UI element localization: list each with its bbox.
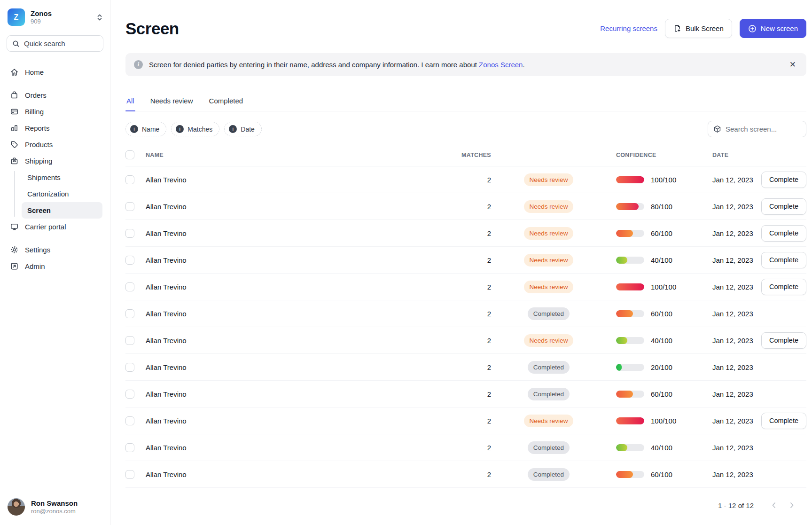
quick-search[interactable] (7, 35, 103, 52)
row-checkbox[interactable] (125, 336, 134, 345)
new-screen-button[interactable]: New screen (740, 19, 806, 38)
confidence-fill (616, 203, 639, 210)
row-checkbox[interactable] (125, 256, 134, 265)
complete-button[interactable]: Complete (761, 225, 806, 242)
confidence-value: 80/100 (651, 203, 672, 211)
status-badge: Needs review (524, 227, 574, 240)
row-checkbox[interactable] (125, 229, 134, 238)
plus-icon: + (176, 125, 184, 133)
confidence-fill (616, 283, 644, 290)
filter-chip-date[interactable]: + Date (224, 122, 262, 136)
row-checkbox[interactable] (125, 470, 134, 479)
confidence-bar (616, 391, 644, 398)
sidebar-item-shipments[interactable]: Shipments (22, 169, 102, 186)
sidebar-item-billing[interactable]: Billing (0, 103, 110, 120)
confidence-bar (616, 230, 644, 237)
chevron-left-icon[interactable] (766, 497, 782, 513)
row-name: Allan Trevino (146, 390, 461, 398)
confidence-value: 100/100 (651, 176, 676, 184)
complete-button[interactable]: Complete (761, 252, 806, 268)
confidence-bar (616, 203, 644, 210)
tag-icon (9, 140, 19, 149)
confidence-value: 60/100 (651, 470, 672, 478)
confidence-fill (616, 230, 633, 237)
table-search[interactable] (708, 121, 806, 137)
confidence-value: 40/100 (651, 337, 672, 345)
row-name: Allan Trevino (146, 310, 461, 318)
sidebar-item-settings[interactable]: Settings (0, 242, 110, 258)
sidebar-item-label: Admin (25, 262, 45, 270)
sidebar-item-home[interactable]: Home (0, 64, 110, 80)
close-icon[interactable]: ✕ (788, 59, 798, 71)
sidebar-item-shipping[interactable]: Shipping (0, 153, 110, 169)
recurring-screens-link[interactable]: Recurring screens (600, 24, 657, 32)
row-matches: 2 (461, 229, 491, 237)
table-row: Allan Trevino 2 Completed 60/100 Jan 12,… (125, 461, 806, 488)
column-header-date: DATE (700, 152, 757, 158)
tab-all[interactable]: All (125, 97, 135, 111)
sidebar-item-admin[interactable]: Admin (0, 258, 110, 274)
row-date: Jan 12, 2023 (700, 256, 757, 264)
row-name: Allan Trevino (146, 229, 461, 237)
org-switch-chevrons-icon[interactable] (97, 14, 102, 21)
confidence-fill (616, 391, 633, 398)
info-banner: i Screen for denied parties by entering … (125, 53, 806, 76)
chevron-right-icon[interactable] (784, 497, 800, 513)
monitor-icon (9, 222, 19, 232)
status-badge: Completed (528, 307, 570, 320)
quick-search-input[interactable] (24, 39, 98, 47)
status-badge: Needs review (524, 334, 574, 347)
row-checkbox[interactable] (125, 443, 134, 452)
complete-button[interactable]: Complete (761, 172, 806, 188)
status-badge: Completed (528, 388, 570, 400)
status-badge: Needs review (524, 254, 574, 266)
row-checkbox[interactable] (125, 175, 134, 184)
banner-text: Screen for denied parties by entering in… (149, 61, 479, 69)
confidence-bar (616, 417, 644, 424)
row-checkbox[interactable] (125, 202, 134, 211)
column-header-matches: MATCHES (461, 152, 491, 158)
user-menu[interactable]: Ron Swanson ron@zonos.com (0, 492, 110, 525)
complete-button[interactable]: Complete (761, 413, 806, 429)
sidebar-item-cartonization[interactable]: Cartonization (22, 186, 102, 202)
confidence-fill (616, 337, 627, 344)
row-name: Allan Trevino (146, 417, 461, 425)
status-badge: Needs review (524, 415, 574, 427)
row-checkbox[interactable] (125, 416, 134, 425)
sidebar-item-reports[interactable]: Reports (0, 120, 110, 136)
table-row: Allan Trevino 2 Needs review 40/100 Jan … (125, 327, 806, 354)
filter-chip-name[interactable]: + Name (125, 122, 166, 136)
confidence-value: 60/100 (651, 390, 672, 398)
complete-button[interactable]: Complete (761, 198, 806, 215)
row-checkbox[interactable] (125, 363, 134, 372)
sidebar-item-carrier-portal[interactable]: Carrier portal (0, 219, 110, 235)
table-search-input[interactable] (726, 125, 801, 133)
bulk-screen-button[interactable]: Bulk Screen (665, 19, 732, 38)
table-header: NAME MATCHES CONFIDENCE DATE (125, 144, 806, 166)
row-checkbox[interactable] (125, 282, 134, 291)
column-header-name: NAME (146, 152, 461, 158)
row-name: Allan Trevino (146, 203, 461, 211)
sidebar-item-label: Shipping (25, 157, 52, 165)
confidence-bar (616, 444, 644, 451)
confidence-value: 40/100 (651, 256, 672, 264)
shipping-subnav: Shipments Cartonization Screen (14, 169, 110, 219)
sidebar-item-screen[interactable]: Screen (22, 202, 102, 219)
zonos-screen-link[interactable]: Zonos Screen (479, 61, 523, 69)
row-checkbox[interactable] (125, 309, 134, 318)
filter-chip-matches[interactable]: + Matches (171, 122, 219, 136)
sidebar-item-orders[interactable]: Orders (0, 87, 110, 103)
org-switcher[interactable]: Z Zonos 909 (0, 0, 110, 29)
row-checkbox[interactable] (125, 390, 134, 399)
tab-completed[interactable]: Completed (208, 97, 244, 111)
sidebar-item-label: Billing (25, 108, 44, 116)
tab-needs-review[interactable]: Needs review (149, 97, 194, 111)
select-all-checkbox[interactable] (125, 150, 134, 159)
complete-button[interactable]: Complete (761, 279, 806, 295)
sidebar-item-products[interactable]: Products (0, 136, 110, 153)
pagination: 1 - 12 of 12 (125, 497, 806, 513)
row-matches: 2 (461, 310, 491, 318)
sidebar-item-label: Orders (25, 91, 47, 99)
sidebar-item-label: Products (25, 141, 53, 149)
complete-button[interactable]: Complete (761, 332, 806, 349)
